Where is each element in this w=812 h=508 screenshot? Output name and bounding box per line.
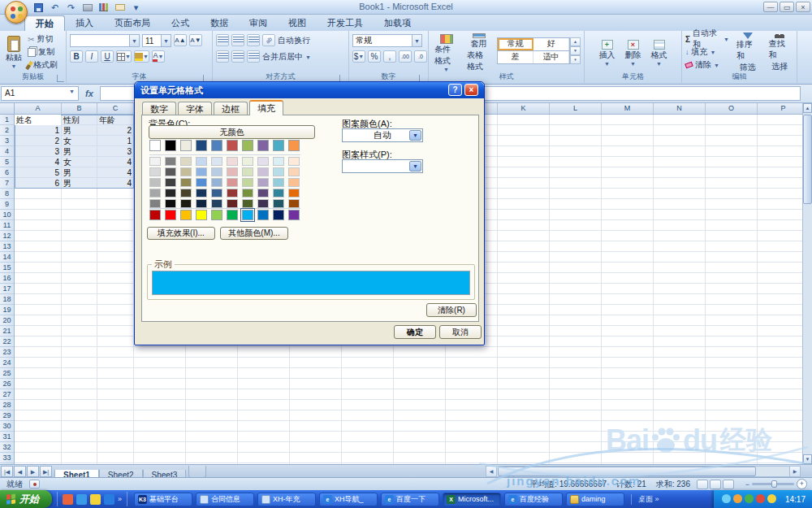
row-header-21[interactable]: 21: [0, 326, 14, 336]
row-header-8[interactable]: 8: [0, 189, 14, 199]
tint-color-swatch[interactable]: [227, 157, 238, 166]
fill-color-button[interactable]: ▼: [134, 50, 149, 63]
theme-color-swatch[interactable]: [288, 140, 300, 151]
tint-color-swatch[interactable]: [288, 189, 300, 198]
column-header-A[interactable]: A: [15, 103, 62, 115]
taskbar-button-基础平台[interactable]: K3基础平台: [134, 493, 192, 506]
tint-color-swatch[interactable]: [149, 199, 161, 208]
desktop-toolbar[interactable]: 桌面 »: [631, 494, 666, 505]
tint-color-swatch[interactable]: [196, 157, 207, 166]
tint-color-swatch[interactable]: [257, 167, 269, 176]
tint-color-swatch[interactable]: [273, 167, 284, 176]
tint-color-swatch[interactable]: [227, 178, 238, 187]
page-break-view-icon[interactable]: [723, 480, 734, 489]
column-header-L[interactable]: L: [550, 103, 602, 115]
tint-color-swatch[interactable]: [165, 157, 176, 166]
tint-color-swatch[interactable]: [273, 199, 284, 208]
first-sheet-icon[interactable]: |◀: [1, 466, 13, 477]
ribbon-tab-视图[interactable]: 视图: [278, 15, 317, 31]
ribbon-tab-数据[interactable]: 数据: [200, 15, 239, 31]
tint-color-swatch[interactable]: [180, 199, 192, 208]
vertical-scrollbar[interactable]: ▲ ▼: [802, 103, 812, 464]
restore-button[interactable]: ▭: [780, 2, 794, 12]
tray-icon-2[interactable]: [745, 494, 754, 503]
row-header-19[interactable]: 19: [0, 305, 14, 315]
horizontal-scrollbar[interactable]: ◀ ▶: [486, 466, 801, 477]
row-header-28[interactable]: 28: [0, 400, 14, 410]
fill-button[interactable]: ↓填充▼: [685, 46, 729, 59]
pattern-color-combo[interactable]: 自动▼: [342, 128, 423, 142]
style-gallery-item[interactable]: 差: [498, 51, 533, 63]
dialog-help-button[interactable]: ?: [448, 84, 462, 96]
increase-decimal-button[interactable]: .00: [399, 50, 412, 63]
format-cells-button[interactable]: 格式▼: [649, 33, 670, 73]
ribbon-tab-插入[interactable]: 插入: [65, 15, 104, 31]
zoom-in-icon[interactable]: +: [797, 479, 807, 489]
font-color-button[interactable]: A▼: [152, 50, 165, 63]
name-box-arrow-icon[interactable]: ▼: [69, 89, 75, 98]
dialog-tab-边框[interactable]: 边框: [214, 102, 248, 115]
tint-color-swatch[interactable]: [227, 189, 238, 198]
row-header-26[interactable]: 26: [0, 379, 14, 389]
tint-color-swatch[interactable]: [180, 189, 192, 198]
tint-color-swatch[interactable]: [165, 178, 176, 187]
grow-font-button[interactable]: A▲: [174, 34, 187, 46]
tint-color-swatch[interactable]: [257, 199, 269, 208]
close-button[interactable]: ×: [796, 2, 810, 12]
style-gallery-item[interactable]: 适中: [533, 51, 569, 63]
italic-button[interactable]: I: [85, 50, 98, 63]
tint-color-swatch[interactable]: [242, 189, 253, 198]
theme-color-swatch[interactable]: [257, 140, 269, 151]
horizontal-scroll-thumb[interactable]: [498, 467, 756, 476]
cut-button[interactable]: ✂剪切: [28, 33, 58, 46]
row-header-18[interactable]: 18: [0, 294, 14, 305]
standard-color-swatch[interactable]: [211, 210, 222, 220]
standard-color-swatch[interactable]: [227, 210, 238, 220]
no-color-button[interactable]: 无颜色: [149, 125, 315, 139]
tint-color-swatch[interactable]: [242, 178, 253, 187]
minimize-button[interactable]: —: [763, 2, 778, 12]
tint-color-swatch[interactable]: [211, 157, 222, 166]
paste-button[interactable]: 粘贴▼: [3, 33, 24, 72]
office-button[interactable]: [5, 1, 28, 24]
tint-color-swatch[interactable]: [180, 178, 192, 187]
tint-color-swatch[interactable]: [227, 167, 238, 176]
tint-color-swatch[interactable]: [165, 199, 176, 208]
ribbon-tab-开发工具[interactable]: 开发工具: [317, 15, 374, 31]
row-header-1[interactable]: 1: [0, 115, 14, 125]
tint-color-swatch[interactable]: [196, 178, 207, 187]
combo-arrow-icon[interactable]: ▼: [409, 161, 421, 172]
insert-function-button[interactable]: fx: [79, 89, 100, 98]
row-header-27[interactable]: 27: [0, 389, 14, 400]
tray-icon-4[interactable]: [767, 494, 776, 503]
prev-sheet-icon[interactable]: ◀: [14, 466, 26, 477]
align-center-icon[interactable]: [231, 50, 244, 63]
cancel-button[interactable]: 取消: [439, 325, 482, 339]
row-header-17[interactable]: 17: [0, 284, 14, 294]
taskbar-button-XH导航_[interactable]: eXH导航_: [319, 493, 378, 506]
conditional-formatting-button[interactable]: 条件格式▼: [432, 33, 460, 73]
tint-color-swatch[interactable]: [149, 178, 161, 187]
tint-color-swatch[interactable]: [273, 189, 284, 198]
border-button[interactable]: ▼: [116, 50, 132, 63]
ok-button[interactable]: 确定: [394, 325, 436, 339]
zoom-out-icon[interactable]: −: [745, 480, 749, 488]
standard-color-swatch[interactable]: [242, 210, 253, 220]
tint-color-swatch[interactable]: [257, 189, 269, 198]
row-header-3[interactable]: 3: [0, 136, 14, 146]
decrease-decimal-button[interactable]: .0: [414, 50, 427, 63]
orientation-button[interactable]: ab: [262, 34, 275, 46]
tint-color-swatch[interactable]: [211, 199, 222, 208]
tint-color-swatch[interactable]: [149, 189, 161, 198]
page-layout-view-icon[interactable]: [710, 480, 721, 489]
tint-color-swatch[interactable]: [288, 167, 300, 176]
wrap-text-button[interactable]: 自动换行: [278, 34, 310, 47]
next-sheet-icon[interactable]: ▶: [27, 466, 39, 477]
row-header-10[interactable]: 10: [0, 210, 14, 220]
dialog-tab-字体[interactable]: 字体: [178, 102, 212, 115]
autosum-button[interactable]: Σ自动求和▼: [685, 33, 729, 46]
ribbon-tab-页面布局[interactable]: 页面布局: [104, 15, 161, 31]
standard-color-swatch[interactable]: [288, 210, 300, 220]
tint-color-swatch[interactable]: [180, 167, 192, 176]
normal-view-icon[interactable]: [697, 480, 708, 489]
